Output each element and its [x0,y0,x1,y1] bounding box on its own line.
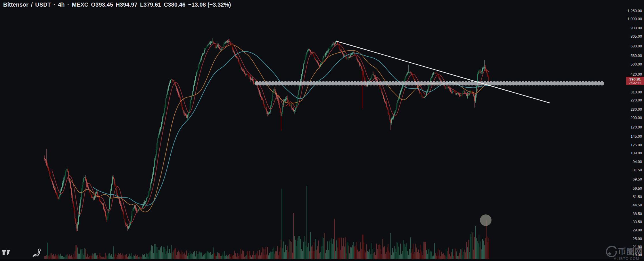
price-axis-label: 125.00 [630,143,642,147]
chart-legend[interactable]: Bittensor / USDT · 4h · MEXC O393.45 H39… [3,1,231,8]
highlight-band[interactable] [255,81,604,86]
price-axis-label: 930.00 [630,26,642,30]
price-axis-label: 500.00 [630,62,642,67]
dot-separator: · [54,1,56,8]
price-axis-label: 200.00 [630,116,642,120]
price-axis-label: 19.00 [632,253,642,257]
ma-30-line [71,45,489,212]
price-axis-label: 51.50 [632,195,642,199]
last-price-tag: 390.81 23:32:16 [626,77,644,85]
price-axis-label: 145.00 [630,134,642,139]
price-axis-label: 1,250.00 [627,9,642,13]
ohlc-close: C380.46 [164,1,186,8]
price-axis-label: 59.50 [632,186,642,191]
price-axis-label: 230.00 [630,107,642,112]
price-axis-label: 25.00 [632,237,642,241]
candles [44,38,489,231]
price-axis-label: 109.00 [630,151,642,156]
dot-separator: · [67,1,69,8]
watermark-swirl-logo-icon [605,245,617,258]
candlestick-chart[interactable] [0,0,644,261]
quote-currency[interactable]: USDT [35,1,51,8]
price-change: −13.08 (−3.32%) [188,1,231,8]
symbol-name[interactable]: Bittensor [3,1,28,8]
price-axis-label: 44.50 [632,203,642,208]
ma-55-line [93,51,489,205]
dino-icon[interactable] [32,247,42,258]
time-axis[interactable] [0,259,644,261]
highlight-circle[interactable] [480,214,491,226]
price-axis[interactable]: 1,250.001,090.00930.00805.00680.00580.00… [622,0,644,261]
moving-averages [52,43,489,223]
price-axis-label: 94.00 [632,160,642,164]
price-axis-label: 21.80 [632,245,642,249]
price-axis-label: 580.00 [630,53,642,58]
ohlc-low: L379.61 [140,1,161,8]
price-axis-label: 81.50 [632,168,642,172]
price-axis-label: 33.50 [632,220,642,224]
tradingview-logo-icon[interactable] [2,250,10,256]
price-axis-label: 38.50 [632,212,642,216]
symbol-separator: / [31,1,33,8]
bar-countdown: 23:32:16 [626,81,644,85]
interval-label[interactable]: 4h [58,1,64,8]
price-axis-label: 170.00 [630,125,642,130]
price-axis-label: 420.00 [630,72,642,77]
last-price-value: 390.81 [626,77,644,81]
ohlc-open: O393.45 [91,1,113,8]
drawings [255,41,604,226]
price-axis-label: 310.00 [630,90,642,95]
trading-chart-app: Bittensor / USDT · 4h · MEXC O393.45 H39… [0,0,644,261]
price-axis-label: 29.00 [632,228,642,233]
exchange-label: MEXC [72,1,89,8]
ohlc-high: H394.97 [116,1,138,8]
price-axis-label: 680.00 [630,44,642,49]
volume-pane [44,186,489,259]
price-axis-label: 805.00 [630,34,642,39]
price-axis-label: 270.00 [630,98,642,103]
price-axis-label: 1,090.00 [627,17,642,21]
trendline[interactable] [336,41,550,103]
price-axis-label: 69.50 [632,177,642,182]
